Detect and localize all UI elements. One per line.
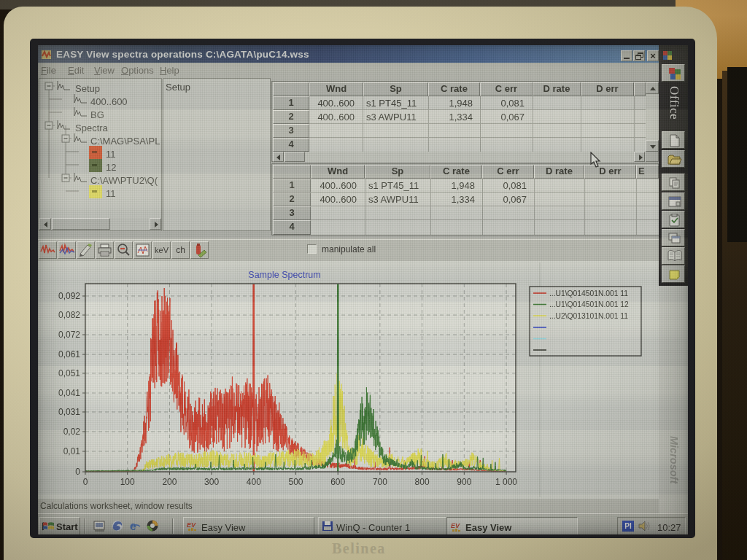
svg-text:...U1\Q014501N.001 11: ...U1\Q014501N.001 11 xyxy=(549,289,628,298)
svg-text:0,061: 0,061 xyxy=(58,349,80,359)
svg-text:0,031: 0,031 xyxy=(58,407,80,417)
svg-text:Sample Spectrum: Sample Spectrum xyxy=(248,270,320,280)
svg-text:300: 300 xyxy=(204,477,219,487)
svg-text:100: 100 xyxy=(120,477,135,487)
svg-text:0: 0 xyxy=(83,477,88,487)
svg-text:0,041: 0,041 xyxy=(58,388,80,398)
svg-text:EV: EV xyxy=(187,521,196,529)
svg-text:200: 200 xyxy=(162,477,177,487)
svg-text:900: 900 xyxy=(457,477,471,487)
svg-text:0,092: 0,092 xyxy=(58,291,80,301)
svg-text:800: 800 xyxy=(415,477,430,487)
svg-text:600: 600 xyxy=(330,477,345,487)
svg-text:700: 700 xyxy=(373,477,387,487)
svg-text:0,01: 0,01 xyxy=(63,446,81,456)
svg-text:EV: EV xyxy=(451,522,460,529)
svg-text:1 000: 1 000 xyxy=(495,477,517,487)
svg-text:0,02: 0,02 xyxy=(63,427,81,437)
svg-text:...U2\Q013101N.001 11: ...U2\Q013101N.001 11 xyxy=(549,312,628,320)
svg-text:500: 500 xyxy=(288,477,303,487)
svg-text:0,051: 0,051 xyxy=(58,368,80,378)
svg-text:0,072: 0,072 xyxy=(58,330,80,340)
svg-text:...U1\Q014501N.001 12: ...U1\Q014501N.001 12 xyxy=(549,300,629,308)
svg-text:0: 0 xyxy=(75,467,80,477)
svg-text:400: 400 xyxy=(247,477,261,487)
svg-text:0,082: 0,082 xyxy=(58,310,80,320)
